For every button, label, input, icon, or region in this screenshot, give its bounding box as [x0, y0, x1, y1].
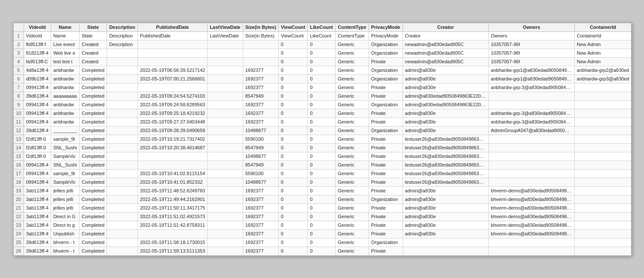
- table-cell: PrivacyMode: [369, 31, 403, 40]
- table-cell: PublishedDate: [137, 31, 208, 40]
- table-cell: [488, 247, 574, 255]
- table-cell: Generic: [336, 83, 369, 92]
- table-cell: 0: [308, 57, 336, 66]
- table-cell: 0: [278, 57, 308, 66]
- table-row: 13f2df13ff-0sample_9tCompleted2022-05-19…: [13, 135, 631, 143]
- table-cell: [574, 92, 631, 100]
- table-cell: bhverm - t: [51, 238, 79, 247]
- table-cell: 2022-05-19T06:56:39.5217142: [137, 66, 208, 74]
- table-cell: newadmin@a830edad905C: [403, 40, 488, 49]
- row-number-cell: 7: [13, 83, 24, 92]
- table-row: 839d613ff-4aaaaaaaaaCompleted2022-05-19T…: [13, 92, 631, 100]
- table-cell: [137, 49, 208, 57]
- table-cell: 099413ff-4: [24, 117, 51, 126]
- table-cell: f2df13ff-0: [24, 135, 51, 143]
- table-cell: Private: [369, 109, 403, 117]
- table-row: 233ab113ff-4Direct to gCompleted2022-05-…: [13, 221, 631, 229]
- table-cell: [574, 212, 631, 221]
- col-header-description: Description: [107, 23, 138, 31]
- table-cell: fa9513ff-C: [24, 57, 51, 66]
- table-cell: Organization: [369, 66, 403, 74]
- table-cell: [574, 83, 631, 92]
- table-cell: Private: [369, 143, 403, 152]
- table-cell: 10498677: [243, 152, 278, 161]
- row-number-cell: 3: [13, 49, 24, 57]
- table-cell: 0: [308, 161, 336, 169]
- table-cell: [574, 152, 631, 161]
- table-cell: Created: [79, 57, 107, 66]
- table-cell: [488, 152, 574, 161]
- table-cell: Private: [369, 221, 403, 229]
- table-cell: 0: [278, 238, 308, 247]
- table-cell: [107, 186, 138, 195]
- row-number-cell: 21: [13, 204, 24, 212]
- table-cell: [107, 92, 138, 100]
- table-cell: jellies jelli: [51, 204, 79, 212]
- table-cell: Private: [369, 57, 403, 66]
- table-cell: Completed: [79, 83, 107, 92]
- row-number-cell: 19: [13, 186, 24, 195]
- col-header-size-in-bytes-: Size(in Bytes): [243, 23, 278, 31]
- table-cell: Organization: [369, 49, 403, 57]
- table-cell: [137, 83, 208, 92]
- table-cell: Private: [369, 92, 403, 100]
- table-cell: SNL_Sushi: [51, 143, 79, 152]
- table-cell: 2022-05-19T11:59:13.5111353: [137, 247, 208, 255]
- table-cell: testuser26@a830edad9050849863E22033000.o…: [403, 178, 488, 186]
- table-cell: anbhardw: [51, 83, 79, 92]
- table-cell: admin@a830e: [403, 229, 488, 238]
- table-cell: 2022-05-19T11:58:18.1730015: [137, 238, 208, 247]
- table-cell: d09b13ff-4: [24, 74, 51, 83]
- table-cell: Organization: [369, 40, 403, 49]
- table-cell: [107, 109, 138, 117]
- table-cell: 0: [308, 186, 336, 195]
- table-cell: 0: [278, 204, 308, 212]
- table-cell: [208, 135, 243, 143]
- table-cell: anbhardw-grp-3@a830edad9050849863E220330…: [488, 83, 574, 92]
- table-cell: Generic: [336, 109, 369, 117]
- table-cell: 2022-05-19T11:49:44.2162901: [137, 195, 208, 204]
- table-cell: 8547949: [243, 143, 278, 152]
- col-header-state: State: [79, 23, 107, 31]
- table-cell: Organization: [369, 195, 403, 204]
- table-cell: bhverm - t: [51, 247, 79, 255]
- table-cell: [574, 143, 631, 152]
- table-cell: 1692377: [243, 221, 278, 229]
- table-cell: 2022-05-19T11:48:52.6249783: [137, 186, 208, 195]
- table-cell: sample_9t: [51, 135, 79, 143]
- table-row: 2639d613ff-4bhverm - tCompleted2022-05-1…: [13, 247, 631, 255]
- col-header-likecount: LikeCount: [308, 23, 336, 31]
- table-cell: Created: [79, 40, 107, 49]
- spreadsheet-wrapper[interactable]: VideoIdNameStateDescriptionPublishedDate…: [13, 23, 631, 256]
- table-cell: Completed: [79, 247, 107, 255]
- table-cell: SampleVic: [51, 152, 79, 161]
- table-cell: [107, 135, 138, 143]
- table-cell: testuser26@a830edad9050849863E22033000.o…: [403, 143, 488, 152]
- table-cell: Generic: [336, 40, 369, 49]
- col-header-publisheddate: PublishedDate: [137, 23, 208, 31]
- table-cell: [574, 117, 631, 126]
- table-row: 15f2df13ff-0SampleVicCompleted1049867700…: [13, 152, 631, 161]
- table-cell: [107, 221, 138, 229]
- table-cell: Private: [369, 229, 403, 238]
- table-cell: 2022-05-19T10:19:21.7317402: [137, 135, 208, 143]
- spreadsheet-container: VideoIdNameStateDescriptionPublishedDate…: [13, 22, 632, 256]
- table-cell: Completed: [79, 204, 107, 212]
- table-cell: 0: [278, 126, 308, 135]
- table-cell: Completed: [79, 109, 107, 117]
- table-cell: [574, 178, 631, 186]
- col-header-owners: Owners: [488, 23, 574, 31]
- table-cell: 39d613ff-4: [24, 92, 51, 100]
- table-cell: 0: [278, 49, 308, 57]
- col-header-lastviewdate: LastViewDate: [208, 23, 243, 31]
- table-cell: Generic: [336, 238, 369, 247]
- table-row: 3818213ff-4Web live eCreated00GenericOrg…: [13, 49, 631, 57]
- row-number-cell: 15: [13, 152, 24, 161]
- table-cell: admin@a830e: [403, 109, 488, 117]
- table-cell: [107, 83, 138, 92]
- table-cell: Private: [369, 212, 403, 221]
- table-cell: [403, 247, 488, 255]
- table-cell: Private: [369, 178, 403, 186]
- table-row: 2539d613ff-4bhverm - tCompleted2022-05-1…: [13, 238, 631, 247]
- row-number-cell: 12: [13, 126, 24, 135]
